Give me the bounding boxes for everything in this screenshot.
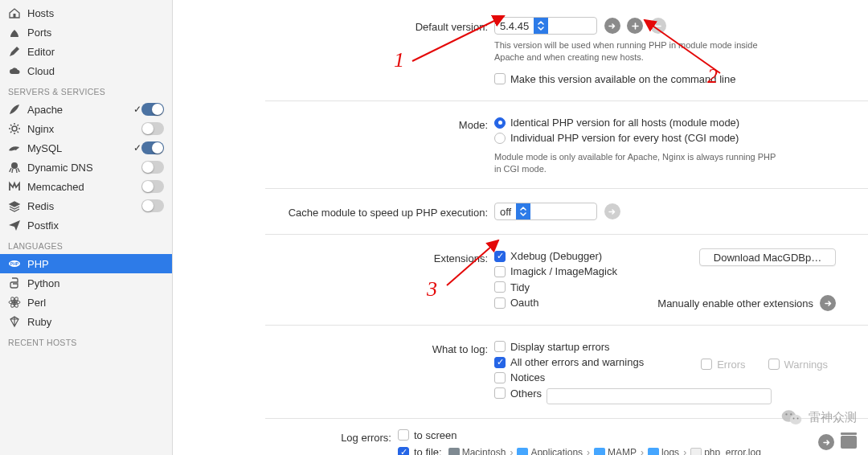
whattolog-label: What to log: <box>173 339 494 404</box>
others-input[interactable] <box>547 388 772 404</box>
svg-point-1 <box>12 126 17 131</box>
sidebar-item-label: MySQL <box>27 142 131 154</box>
manually-enable-extensions-link[interactable]: Manually enable other extensions <box>657 295 836 311</box>
folder-icon <box>517 448 528 455</box>
svg-point-13 <box>793 418 795 420</box>
sidebar-item-ports[interactable]: Ports <box>0 23 172 42</box>
python-icon <box>8 277 21 289</box>
whattolog-checkbox-all[interactable]: ✓All other errors and warnings <box>494 356 644 368</box>
checkbox-icon: ✓ <box>494 357 506 368</box>
sidebar-item-cloud[interactable]: Cloud <box>0 61 172 80</box>
logpath-goto-button[interactable] <box>818 434 834 450</box>
remove-button[interactable] <box>650 18 666 34</box>
checkbox-icon <box>494 387 506 399</box>
toggle-switch[interactable] <box>141 122 164 135</box>
default-version-label: Default version: <box>173 17 494 87</box>
default-version-select[interactable]: 5.4.45 <box>494 17 597 35</box>
sidebar-item-label: Nginx <box>27 123 141 135</box>
to-screen-checkbox[interactable]: to screen <box>398 429 457 441</box>
sidebar-service-redis[interactable]: Redis <box>0 196 172 215</box>
extension-checkbox-imagick[interactable]: Imagick / ImageMagick <box>494 265 617 277</box>
to-file-checkbox[interactable]: ✓to file: <box>398 446 442 455</box>
perl-icon <box>8 296 21 309</box>
file-icon <box>690 448 702 455</box>
sidebar-item-label: Dynamic DNS <box>27 162 141 174</box>
sidebar-service-apache[interactable]: Apache✓ <box>0 100 172 119</box>
mode-radio-cgi[interactable]: Individual PHP version for every host (C… <box>494 132 739 144</box>
whattolog-checkbox-notices[interactable]: Notices <box>494 371 545 383</box>
svg-point-5 <box>13 301 16 304</box>
svg-point-14 <box>797 418 799 420</box>
cloud-icon <box>8 64 21 77</box>
sidebar-language-php[interactable]: PHPPHP <box>0 254 172 273</box>
sidebar: HostsPortsEditorCloud SERVERS & SERVICES… <box>0 0 173 455</box>
extension-checkbox-tidy[interactable]: Tidy <box>494 281 530 293</box>
toggle-switch[interactable] <box>141 141 164 154</box>
sidebar-item-editor[interactable]: Editor <box>0 42 172 61</box>
plane-icon <box>8 219 21 232</box>
add-button[interactable] <box>627 18 643 34</box>
sidebar-item-label: Ports <box>27 27 164 39</box>
cache-goto-button[interactable] <box>604 203 620 219</box>
checkbox-icon: ✓ <box>494 251 506 262</box>
checkbox-icon <box>494 73 506 84</box>
wechat-icon <box>781 408 802 426</box>
dolphin-icon <box>8 141 21 154</box>
feather-icon <box>8 103 21 116</box>
sidebar-item-label: Memcached <box>27 181 141 193</box>
sidebar-service-mysql[interactable]: MySQL✓ <box>0 138 172 158</box>
sidebar-heading-languages: LANGUAGES <box>0 235 172 254</box>
toggle-switch[interactable] <box>141 103 164 116</box>
gear-icon <box>8 122 21 135</box>
cache-select[interactable]: off <box>494 203 597 220</box>
sidebar-item-label: Editor <box>27 46 164 58</box>
sidebar-service-nginx[interactable]: Nginx <box>0 119 172 138</box>
whattolog-checkbox-others[interactable]: Others <box>494 387 542 400</box>
sidebar-service-postfix[interactable]: Postfix <box>0 215 172 235</box>
log-file-path[interactable]: Macintosh› Applications› MAMP› logs› php… <box>448 447 761 455</box>
sidebar-language-perl[interactable]: Perl <box>0 293 172 312</box>
sidebar-service-dynamic-dns[interactable]: Dynamic DNS <box>0 158 172 177</box>
chevron-updown-icon <box>534 18 548 34</box>
mode-radio-module[interactable]: Identical PHP version for all hosts (mod… <box>494 117 739 129</box>
errors-checkbox[interactable]: Errors <box>701 359 745 371</box>
extension-checkbox-oauth[interactable]: Oauth <box>494 297 538 309</box>
extension-checkbox-xdebug[interactable]: ✓Xdebug (Debugger) <box>494 250 602 262</box>
sidebar-item-label: Postfix <box>27 219 164 232</box>
whattolog-checkbox-display[interactable]: Display startup errors <box>494 341 610 353</box>
sidebar-heading-services: SERVERS & SERVICES <box>0 80 172 100</box>
sidebar-item-label: Cloud <box>27 65 164 77</box>
check-icon: ✓ <box>133 142 141 154</box>
warnings-checkbox[interactable]: Warnings <box>768 359 828 371</box>
cache-label: Cache module to speed up PHP execution: <box>173 203 494 220</box>
logerrors-label: Log errors: <box>173 428 398 455</box>
sidebar-language-ruby[interactable]: Ruby <box>0 312 172 331</box>
checkbox-icon <box>494 341 506 352</box>
radio-icon <box>494 117 506 129</box>
checkbox-icon <box>398 429 409 441</box>
sidebar-language-python[interactable]: Python <box>0 273 172 293</box>
sidebar-item-label: PHP <box>27 258 164 270</box>
extensions-label: Extensions: <box>173 248 494 311</box>
sidebar-service-memcached[interactable]: Memcached <box>0 177 172 196</box>
folder-icon <box>648 448 659 455</box>
svg-point-2 <box>11 162 18 169</box>
storage-icon[interactable] <box>841 436 857 449</box>
goto-button[interactable] <box>604 18 620 34</box>
svg-point-12 <box>790 413 792 415</box>
toggle-switch[interactable] <box>141 199 164 212</box>
ruby-icon <box>8 315 21 328</box>
mem-icon <box>8 180 21 193</box>
arrow-right-icon <box>820 295 836 311</box>
download-macgdbp-button[interactable]: Download MacGDBp… <box>699 248 836 266</box>
mode-label: Mode: <box>173 115 494 174</box>
sidebar-item-label: Python <box>27 277 164 289</box>
cmdline-checkbox[interactable]: Make this version available on the comma… <box>494 73 735 85</box>
sidebar-item-label: Apache <box>27 104 131 116</box>
sidebar-item-label: Hosts <box>27 7 164 19</box>
redis-icon <box>8 199 21 212</box>
sidebar-item-label: Ruby <box>27 316 164 328</box>
sidebar-item-hosts[interactable]: Hosts <box>0 3 172 23</box>
toggle-switch[interactable] <box>141 180 164 193</box>
toggle-switch[interactable] <box>141 161 164 174</box>
